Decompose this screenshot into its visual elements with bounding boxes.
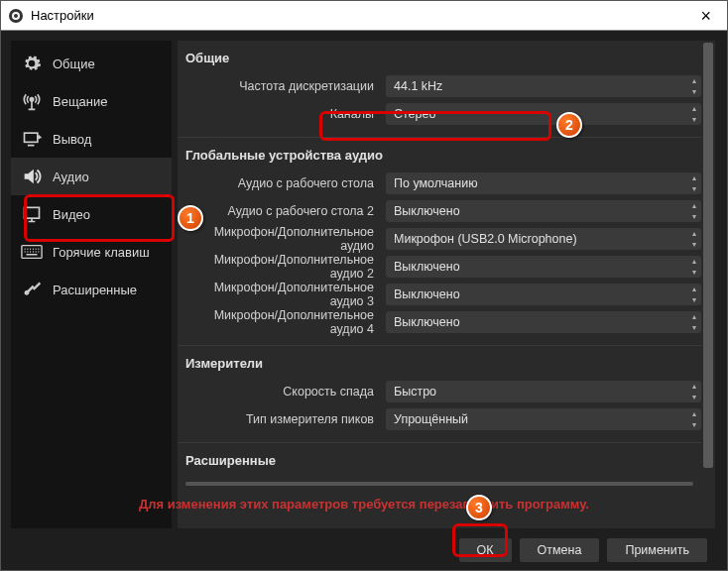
window-title: Настройки — [31, 8, 94, 23]
spinner-icon[interactable]: ▲▼ — [687, 103, 701, 125]
section-title-advanced: Расширенные — [178, 449, 701, 474]
sidebar-item-video[interactable]: Видео — [11, 195, 172, 233]
spinner-icon[interactable]: ▲▼ — [687, 381, 701, 402]
label-mic-aux-3: Микрофон/Дополнительное аудио 3 — [178, 281, 386, 308]
ok-button[interactable]: ОК — [459, 538, 512, 562]
label-peak: Тип измерителя пиков — [178, 412, 386, 426]
label-desktop-audio: Аудио с рабочего стола — [178, 176, 386, 190]
spinner-icon[interactable]: ▲▼ — [687, 408, 701, 430]
footer: Для изменения этих параметров требуется … — [1, 528, 727, 571]
select-decay[interactable]: Быстро▲▼ — [386, 381, 701, 402]
sidebar-item-label: Вывод — [53, 132, 91, 147]
label-mic-aux-4: Микрофон/Дополнительное аудио 4 — [178, 308, 386, 336]
label-channels: Каналы — [178, 107, 386, 121]
label-sample-rate: Частота дискретизации — [178, 79, 386, 93]
spinner-icon[interactable]: ▲▼ — [687, 200, 701, 222]
gear-icon — [21, 53, 43, 74]
spinner-icon[interactable]: ▲▼ — [687, 228, 701, 250]
sidebar-item-output[interactable]: Вывод — [11, 120, 172, 158]
select-desktop-audio-2[interactable]: Выключено▲▼ — [386, 200, 701, 222]
sidebar: Общие Вещание Вывод Аудио Видео Горячие … — [11, 41, 172, 528]
tools-icon — [21, 279, 43, 300]
label-mic-aux-2: Микрофон/Дополнительное аудио 2 — [178, 253, 386, 281]
select-channels[interactable]: Стерео▲▼ — [386, 103, 701, 125]
sidebar-item-hotkeys[interactable]: Горячие клавиш — [11, 233, 172, 271]
sidebar-item-audio[interactable]: Аудио — [11, 158, 172, 195]
spinner-icon[interactable]: ▲▼ — [687, 172, 701, 194]
sidebar-item-label: Горячие клавиш — [53, 245, 150, 260]
sidebar-item-label: Вещание — [53, 94, 108, 109]
select-mic-aux-2[interactable]: Выключено▲▼ — [386, 256, 701, 278]
content-panel: Общие Частота дискретизации 44.1 kHz▲▼ К… — [178, 41, 715, 528]
broadcast-icon — [21, 90, 43, 112]
apply-button[interactable]: Применить — [607, 538, 707, 562]
label-decay: Скорость спада — [178, 385, 386, 399]
sidebar-item-label: Расширенные — [53, 283, 137, 297]
output-icon — [21, 128, 43, 150]
keyboard-icon — [21, 241, 43, 263]
section-title-meters: Измерители — [178, 352, 701, 377]
select-mic-aux[interactable]: Микрофон (USB2.0 Microphone)▲▼ — [386, 228, 701, 250]
sidebar-item-advanced[interactable]: Расширенные — [11, 271, 172, 308]
label-mic-aux: Микрофон/Дополнительное аудио — [178, 225, 386, 253]
sidebar-item-stream[interactable]: Вещание — [11, 82, 172, 120]
close-icon[interactable]: × — [692, 7, 719, 25]
svg-rect-1 — [25, 133, 38, 142]
label-desktop-audio-2: Аудио с рабочего стола 2 — [178, 204, 386, 218]
sidebar-item-label: Видео — [53, 207, 90, 222]
section-title-devices: Глобальные устройства аудио — [178, 144, 701, 169]
spinner-icon[interactable]: ▲▼ — [687, 256, 701, 278]
spinner-icon[interactable]: ▲▼ — [687, 284, 701, 305]
select-peak[interactable]: Упрощённый▲▼ — [386, 408, 701, 430]
svg-rect-2 — [25, 207, 40, 218]
select-desktop-audio[interactable]: По умолчанию▲▼ — [386, 172, 701, 194]
spinner-icon[interactable]: ▲▼ — [687, 75, 701, 97]
sidebar-item-general[interactable]: Общие — [11, 45, 172, 82]
select-mic-aux-3[interactable]: Выключено▲▼ — [386, 284, 701, 305]
scrollbar[interactable] — [703, 43, 713, 526]
spinner-icon[interactable]: ▲▼ — [687, 311, 701, 333]
speaker-icon — [21, 166, 43, 187]
monitor-icon — [21, 203, 43, 225]
cancel-button[interactable]: Отмена — [520, 538, 600, 562]
select-sample-rate[interactable]: 44.1 kHz▲▼ — [386, 75, 701, 97]
sidebar-item-label: Общие — [53, 57, 95, 71]
divider — [185, 482, 693, 486]
warning-text: Для изменения этих параметров требуется … — [21, 497, 707, 512]
obs-icon — [9, 9, 23, 23]
section-title-general: Общие — [178, 47, 701, 71]
scrollbar-thumb[interactable] — [703, 43, 713, 468]
titlebar: Настройки × — [1, 1, 727, 31]
select-mic-aux-4[interactable]: Выключено▲▼ — [386, 311, 701, 333]
sidebar-item-label: Аудио — [53, 170, 89, 184]
svg-point-0 — [30, 98, 33, 101]
